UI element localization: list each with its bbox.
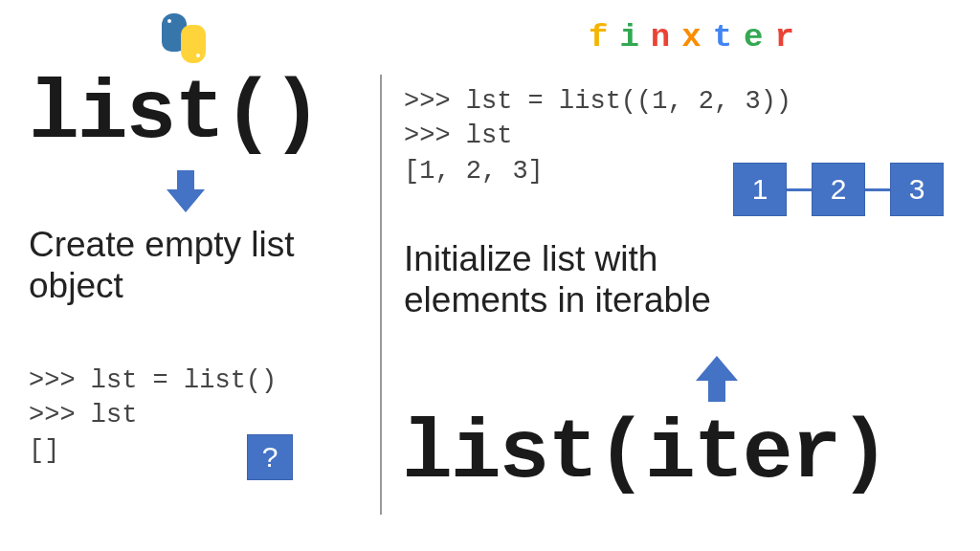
question-box: ? — [247, 434, 293, 480]
list-node: 1 — [733, 163, 787, 216]
brand-letter: x — [681, 19, 712, 55]
vertical-divider — [380, 75, 382, 515]
desc-right-line2: elements in iterable — [404, 280, 711, 321]
diagram-stage: finxter list() Create empty list object … — [0, 0, 980, 551]
brand-letter: e — [744, 19, 774, 55]
brand-letter: t — [713, 19, 744, 55]
desc-left-line2: object — [29, 266, 295, 307]
list-nodes: 1 2 3 — [733, 163, 944, 216]
arrow-up-icon — [696, 356, 738, 402]
arrow-down-icon — [167, 170, 205, 212]
node-link — [787, 188, 812, 191]
description-left: Create empty list object — [29, 225, 295, 306]
list-node: 2 — [812, 163, 865, 216]
brand-letter: f — [589, 19, 619, 55]
list-node: 3 — [890, 163, 944, 216]
brand-letter: n — [651, 19, 681, 55]
desc-left-line1: Create empty list — [29, 225, 295, 266]
brand-letter: r — [774, 19, 805, 55]
desc-right-line1: Initialize list with — [404, 239, 711, 280]
node-link — [865, 188, 890, 191]
description-right: Initialize list with elements in iterabl… — [404, 239, 711, 320]
code-block-left: >>> lst = list() >>> lst [] — [29, 364, 277, 468]
heading-list-iter: list(iter) — [402, 407, 888, 501]
python-logo-icon — [158, 11, 211, 64]
brand-letter: i — [619, 19, 650, 55]
finxter-brand: finxter — [589, 19, 806, 55]
question-mark-icon: ? — [262, 441, 278, 474]
heading-list-empty: list() — [29, 67, 321, 162]
